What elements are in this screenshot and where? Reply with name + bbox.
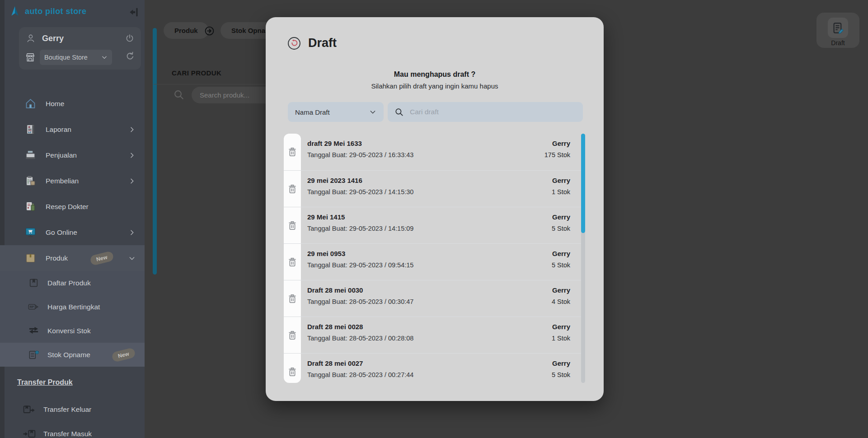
draft-search-input[interactable] bbox=[410, 108, 577, 116]
power-icon[interactable] bbox=[125, 33, 135, 43]
trash-icon[interactable] bbox=[286, 365, 299, 378]
draft-document-icon bbox=[828, 18, 848, 38]
product-list-icon bbox=[28, 277, 39, 289]
draft-created-date: Tanggal Buat: 28-05-2023 / 00:28:08 bbox=[307, 335, 413, 342]
draft-row-draft-29-mei-1633[interactable]: draft 29 Mei 1633 Tanggal Buat: 29-05-20… bbox=[284, 134, 582, 170]
content-scrollbar[interactable] bbox=[153, 28, 157, 275]
app-logo-text: auto pilot store bbox=[25, 7, 86, 16]
transfer-produk-header: Transfer Produk bbox=[17, 378, 73, 387]
draft-row-29-mei-1415[interactable]: 29 Mei 1415 Tanggal Buat: 29-05-2023 / 1… bbox=[284, 207, 582, 243]
draft-row-draft-28-mei-0030[interactable]: Draft 28 mei 0030 Tanggal Buat: 28-05-20… bbox=[284, 280, 582, 317]
divider bbox=[154, 84, 267, 84]
chevron-down-icon bbox=[101, 54, 108, 61]
chevron-right-icon bbox=[128, 177, 136, 185]
draft-stock-count: 5 Stok bbox=[552, 225, 570, 232]
draft-name: Draft 28 mei 0030 bbox=[307, 286, 363, 294]
search-icon bbox=[173, 89, 185, 101]
trash-icon[interactable] bbox=[286, 329, 299, 341]
app-logo: auto pilot store bbox=[9, 5, 86, 17]
refresh-icon[interactable] bbox=[125, 51, 136, 61]
user-icon bbox=[25, 33, 36, 44]
back-circle-icon[interactable] bbox=[287, 37, 301, 50]
paper-plane-icon bbox=[9, 5, 21, 17]
sidebar: auto pilot store Gerry Boutique Store Ho… bbox=[0, 0, 145, 438]
stock-opname-icon bbox=[28, 349, 39, 360]
store-row: Boutique Store bbox=[24, 50, 112, 65]
store-select-value: Boutique Store bbox=[44, 54, 88, 61]
sidebar-subitem-daftar-produk[interactable]: Daftar Produk bbox=[0, 271, 145, 295]
prescription-icon bbox=[24, 200, 37, 213]
draft-stock-count: 4 Stok bbox=[552, 298, 570, 305]
cash-register-icon bbox=[24, 149, 37, 161]
sidebar-submenu-produk: Daftar Produk RP Harga Bertingkat Konver… bbox=[0, 271, 145, 367]
draft-name-filter-select[interactable]: Nama Draft bbox=[288, 102, 384, 122]
draft-row-draft-28-mei-0028[interactable]: Draft 28 mei 0028 Tanggal Buat: 28-05-20… bbox=[284, 317, 582, 353]
draft-row-29-mei-2023-1416[interactable]: 29 mei 2023 1416 Tanggal Buat: 29-05-202… bbox=[284, 170, 582, 207]
sidebar-subitem-konversi-stok[interactable]: Konversi Stok bbox=[0, 319, 145, 343]
home-icon bbox=[24, 98, 37, 110]
store-icon bbox=[24, 51, 36, 63]
draft-user: Gerry bbox=[552, 250, 570, 257]
trash-icon[interactable] bbox=[286, 219, 299, 232]
sidebar-transfer-nav: Transfer Keluar Transfer Masuk bbox=[0, 397, 145, 438]
draft-stock-count: 1 Stok bbox=[552, 188, 570, 196]
breadcrumb-arrow-icon bbox=[204, 26, 215, 36]
draft-user: Gerry bbox=[552, 177, 570, 184]
sidebar-subitem-harga-bertingkat[interactable]: RP Harga Bertingkat bbox=[0, 295, 145, 319]
report-icon bbox=[24, 123, 37, 135]
sidebar-item-transfer-keluar[interactable]: Transfer Keluar bbox=[0, 397, 145, 422]
sidebar-subitem-stok-opname[interactable]: Stok Opname New bbox=[0, 343, 145, 367]
modal-title: Draft bbox=[308, 36, 337, 50]
draft-list: draft 29 Mei 1633 Tanggal Buat: 29-05-20… bbox=[284, 134, 582, 383]
draft-list-scrollbar[interactable] bbox=[581, 134, 585, 383]
sidebar-item-resep-dokter[interactable]: Resep Dokter bbox=[0, 194, 145, 219]
draft-created-date: Tanggal Buat: 28-05-2023 / 00:27:44 bbox=[307, 371, 413, 378]
draft-name: Draft 28 mei 0027 bbox=[307, 359, 363, 367]
draft-row-29-mei-0953[interactable]: 29 mei 0953 Tanggal Buat: 29-05-2023 / 0… bbox=[284, 243, 582, 280]
trash-icon[interactable] bbox=[286, 256, 299, 268]
sidebar-item-transfer-masuk[interactable]: Transfer Masuk bbox=[0, 422, 145, 438]
new-badge: New bbox=[89, 251, 114, 266]
draft-created-date: Tanggal Buat: 28-05-2023 / 00:30:47 bbox=[307, 298, 413, 305]
draft-user: Gerry bbox=[552, 213, 570, 221]
trash-icon[interactable] bbox=[286, 145, 299, 158]
sidebar-item-penjualan[interactable]: Penjualan bbox=[0, 142, 145, 168]
draft-stock-count: 1 Stok bbox=[552, 335, 570, 342]
draft-name: 29 mei 0953 bbox=[307, 250, 345, 257]
draft-modal: Draft Mau menghapus draft ? Silahkan pil… bbox=[266, 17, 604, 401]
transfer-out-icon bbox=[23, 404, 36, 415]
sidebar-item-laporan[interactable]: Laporan bbox=[0, 116, 145, 142]
stock-conversion-icon bbox=[28, 325, 39, 336]
sidebar-item-pembelian[interactable]: Pembelian bbox=[0, 168, 145, 194]
draft-user: Gerry bbox=[552, 359, 570, 367]
draft-user: Gerry bbox=[552, 323, 570, 331]
sidebar-nav: Home Laporan Penjualan Pembelian bbox=[0, 91, 145, 271]
modal-header: Draft bbox=[287, 36, 337, 50]
sidebar-item-produk[interactable]: Produk New bbox=[0, 245, 145, 271]
draft-created-date: Tanggal Buat: 29-05-2023 / 14:15:30 bbox=[307, 188, 413, 196]
trash-icon[interactable] bbox=[286, 292, 299, 305]
product-box-icon bbox=[24, 252, 37, 264]
collapse-sidebar-icon[interactable] bbox=[128, 6, 140, 18]
user-row: Gerry bbox=[25, 33, 64, 44]
breadcrumb-produk[interactable]: Produk bbox=[164, 22, 209, 39]
user-name: Gerry bbox=[42, 34, 64, 43]
transfer-in-icon bbox=[23, 428, 36, 438]
draft-shortcut-button[interactable]: Draft bbox=[816, 13, 859, 48]
scrollbar-thumb[interactable] bbox=[581, 134, 585, 233]
new-badge: New bbox=[111, 347, 136, 363]
chevron-down-icon bbox=[369, 108, 376, 116]
filter-value: Nama Draft bbox=[295, 108, 330, 116]
sidebar-item-go-online[interactable]: Go Online bbox=[0, 219, 145, 245]
draft-row-draft-28-mei-0027[interactable]: Draft 28 mei 0027 Tanggal Buat: 28-05-20… bbox=[284, 353, 582, 383]
draft-user: Gerry bbox=[552, 286, 570, 294]
store-select[interactable]: Boutique Store bbox=[40, 50, 112, 65]
trash-icon[interactable] bbox=[286, 182, 299, 195]
sidebar-item-home[interactable]: Home bbox=[0, 91, 145, 116]
chevron-right-icon bbox=[128, 152, 136, 159]
go-online-icon bbox=[24, 226, 37, 238]
prompt-title: Mau menghapus draft ? bbox=[266, 70, 604, 79]
draft-user: Gerry bbox=[552, 140, 570, 147]
draft-name: Draft 28 mei 0028 bbox=[307, 323, 363, 331]
draft-name: 29 mei 2023 1416 bbox=[307, 177, 362, 184]
